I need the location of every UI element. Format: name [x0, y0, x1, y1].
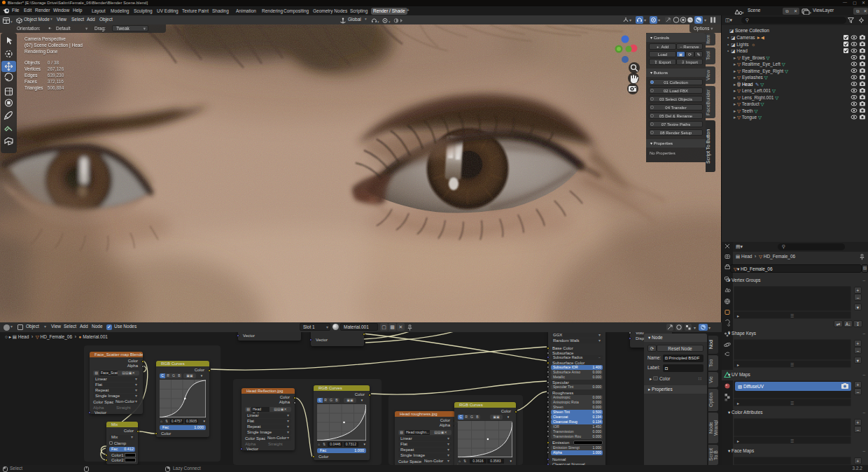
svg-text:▾: ▾: [810, 10, 812, 15]
svg-text:▾: ▾: [708, 326, 710, 330]
svg-text:▾: ▾: [644, 18, 646, 22]
svg-text:▾: ▾: [388, 19, 391, 23]
svg-text:▾: ▾: [377, 19, 379, 23]
svg-text:▾: ▾: [658, 18, 660, 22]
svg-text:▾: ▾: [694, 326, 696, 330]
svg-text:▾: ▾: [742, 10, 744, 15]
svg-text:▾: ▾: [10, 20, 13, 24]
svg-text:▾: ▾: [629, 18, 631, 22]
svg-text:▾: ▾: [704, 18, 706, 22]
